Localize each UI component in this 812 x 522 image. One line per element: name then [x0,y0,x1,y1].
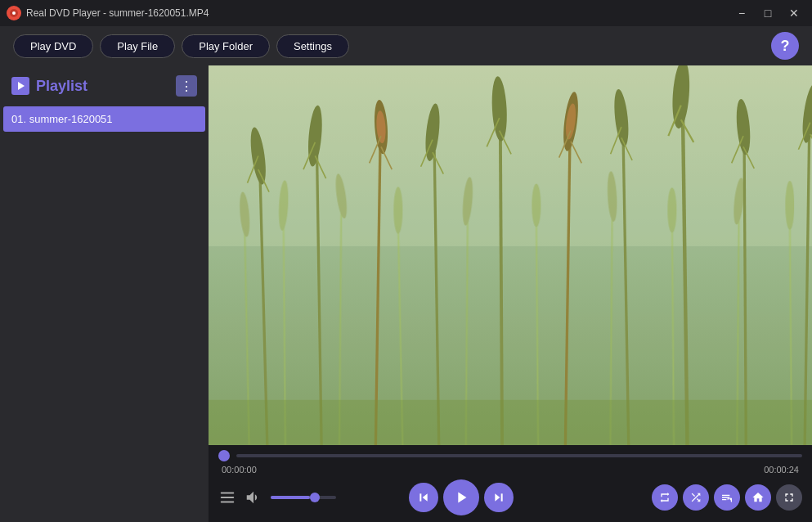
time-row: 00:00:00 00:00:24 [218,465,802,475]
svg-rect-68 [209,65,812,445]
home-button[interactable] [745,484,771,511]
volume-icon [244,488,262,506]
playlist-item-label: 01. summer-1620051 [11,113,113,125]
playlist-header: Playlist ⋮ [0,65,209,103]
time-current: 00:00:00 [222,465,257,475]
title-bar-left: Real DVD Player - summer-1620051.MP4 [7,6,209,20]
previous-button[interactable] [409,483,438,512]
svg-rect-76 [501,493,503,501]
play-dvd-button[interactable]: Play DVD [13,34,93,58]
svg-rect-73 [420,493,422,501]
close-button[interactable]: ✕ [783,5,805,21]
fullscreen-icon [783,491,796,504]
main-content: Playlist ⋮ 01. summer-1620051 [0,65,812,522]
svg-marker-72 [423,493,428,501]
menu-icon-button[interactable] [218,488,236,506]
prev-icon [417,491,430,504]
title-bar-controls: − □ ✕ [730,5,805,21]
playlist-title-group: Playlist [11,77,87,95]
video-container: 00:00:00 00:00:24 [209,65,812,522]
right-controls [652,484,802,511]
svg-marker-74 [459,493,467,503]
window-title: Real DVD Player - summer-1620051.MP4 [26,7,209,19]
repeat-icon [658,491,671,504]
volume-slider[interactable] [271,496,336,499]
play-folder-button[interactable]: Play Folder [182,34,270,58]
seek-bar-container[interactable] [218,450,802,461]
volume-button[interactable] [244,488,262,506]
playlist-toggle-button[interactable] [714,484,740,511]
sidebar: Playlist ⋮ 01. summer-1620051 [0,65,209,522]
play-file-button[interactable]: Play File [100,34,175,58]
controls-row [218,479,802,515]
controls-bar: 00:00:00 00:00:24 [209,445,812,522]
svg-point-2 [12,11,16,15]
playlist-items: 01. summer-1620051 [0,103,209,135]
time-total: 00:00:24 [764,465,799,475]
video-frame[interactable] [209,65,812,445]
home-icon [751,491,765,504]
playback-controls [409,479,514,515]
next-button[interactable] [484,483,514,512]
next-icon [492,491,505,504]
settings-button[interactable]: Settings [276,34,349,58]
volume-filled [271,496,310,499]
fullscreen-button[interactable] [776,484,802,511]
maximize-button[interactable]: □ [756,5,779,21]
app-icon [7,6,21,20]
play-icon [452,488,470,506]
svg-rect-70 [221,497,235,498]
playlist-icon [720,491,733,504]
shuffle-icon [689,491,702,504]
help-button[interactable]: ? [771,32,799,60]
shuffle-button[interactable] [683,484,709,511]
volume-knob [310,493,320,502]
playlist-play-icon [11,77,29,95]
minimize-button[interactable]: − [730,5,753,21]
playlist-menu-button[interactable]: ⋮ [176,75,197,97]
play-button[interactable] [443,479,479,515]
playlist-label: Playlist [36,78,87,95]
video-content [209,65,812,445]
svg-marker-75 [496,493,500,501]
menu-icon [218,488,236,506]
seek-track[interactable] [236,454,802,457]
svg-rect-69 [221,493,235,494]
title-bar: Real DVD Player - summer-1620051.MP4 − □… [0,0,812,26]
seek-dot[interactable] [218,450,230,461]
playlist-item[interactable]: 01. summer-1620051 [3,106,205,132]
repeat-button[interactable] [652,484,678,511]
toolbar: Play DVD Play File Play Folder Settings … [0,26,812,65]
svg-rect-71 [221,502,235,503]
